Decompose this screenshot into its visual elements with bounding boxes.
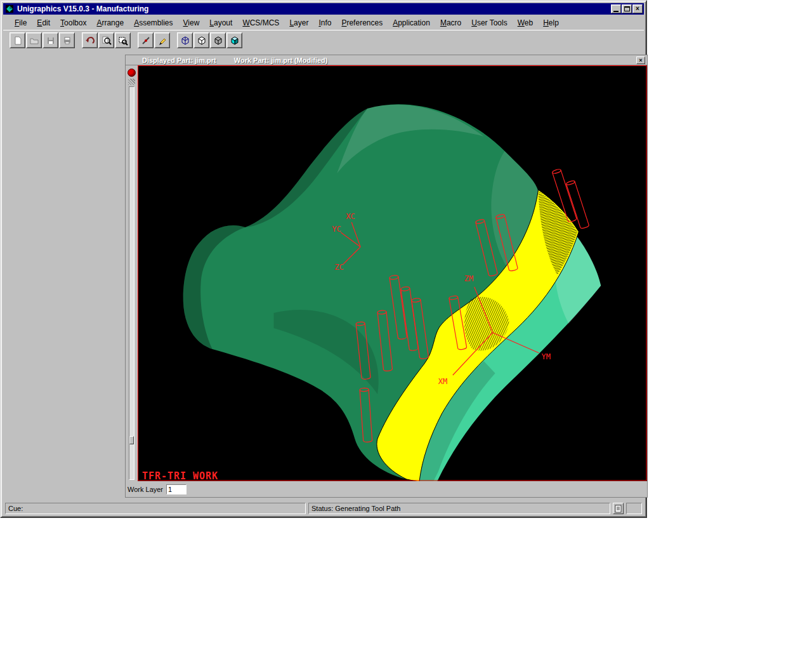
close-icon: × (636, 6, 639, 12)
menu-item-edit[interactable]: Edit (32, 17, 55, 29)
zoom-window-icon (118, 36, 128, 46)
print-icon (62, 36, 72, 46)
xc-axis-label: XC (346, 212, 355, 221)
view-cube-hidden-button[interactable] (193, 32, 209, 48)
yc-axis-label: YC (332, 225, 341, 234)
work-part-label: Work Part: jim.prt (Modified) (234, 56, 328, 64)
menu-item-info[interactable]: Info (313, 17, 336, 29)
menu-item-preferences[interactable]: Preferences (336, 17, 388, 29)
undo-icon (85, 36, 95, 46)
new-part-button[interactable] (10, 32, 25, 48)
menu-item-wcs-mcs[interactable]: WCS/MCS (237, 17, 284, 29)
print-button[interactable] (59, 32, 75, 48)
save-part-button[interactable] (43, 32, 58, 48)
zoom-view-icon (102, 36, 112, 46)
statusbar-spacer (626, 503, 642, 514)
menu-item-file[interactable]: File (10, 17, 32, 29)
view-cube-wireframe-icon (180, 36, 190, 46)
view-note-label: TFR-TRI WORK (142, 470, 218, 481)
open-part-icon (29, 36, 39, 46)
menu-item-layout[interactable]: Layout (204, 17, 237, 29)
desktop: Unigraphics V15.0.3 - Manufacturing × Fi… (0, 0, 812, 650)
sketch-pencil-button[interactable] (154, 32, 170, 48)
sketch-pencil-icon (157, 36, 167, 46)
statusbar: Cue: Status: Generating Tool Path (3, 500, 644, 517)
xm-axis-label: XM (438, 377, 447, 386)
cue-panel: Cue: (5, 503, 306, 514)
menu-item-macro[interactable]: Macro (435, 17, 466, 29)
toolbar (3, 30, 644, 50)
strip-grip[interactable] (128, 79, 135, 85)
log-icon (615, 505, 622, 513)
titlebar: Unigraphics V15.0.3 - Manufacturing × (3, 3, 644, 15)
status-text: Status: Generating Tool Path (311, 505, 400, 512)
menu-item-application[interactable]: Application (388, 17, 435, 29)
save-part-icon (46, 36, 56, 46)
cue-label: Cue: (8, 505, 23, 512)
view-cube-solid-button[interactable] (210, 32, 226, 48)
view-control-strip (126, 65, 138, 481)
minimize-button[interactable] (611, 4, 621, 13)
ym-axis-label: YM (541, 352, 550, 361)
graphics-window: Displayed Part: jim.prt Work Part: jim.p… (125, 55, 648, 498)
shaded-view-button[interactable] (226, 32, 242, 48)
drafting-tool-icon (141, 36, 151, 46)
menubar: File Edit Toolbox Arrange Assemblies Vie… (3, 16, 644, 30)
displayed-part-label: Displayed Part: jim.prt (142, 56, 216, 64)
graphics-window-footer: Work Layer (126, 481, 647, 497)
maximize-button[interactable] (622, 4, 632, 13)
new-part-icon (13, 36, 23, 46)
zoom-window-button[interactable] (115, 32, 131, 48)
view-cube-solid-icon (213, 36, 223, 46)
app-window: Unigraphics V15.0.3 - Manufacturing × Fi… (0, 0, 647, 518)
unigraphics-logo-icon (4, 4, 15, 13)
menu-item-toolbox[interactable]: Toolbox (55, 17, 91, 29)
drafting-tool-button[interactable] (138, 32, 154, 48)
interrupt-button[interactable] (128, 69, 136, 77)
menu-item-layer[interactable]: Layer (284, 17, 313, 29)
zc-axis-label: ZC (334, 263, 343, 272)
menu-item-view[interactable]: View (178, 17, 205, 29)
scrollbar-thumb[interactable] (129, 436, 134, 444)
undo-button[interactable] (82, 32, 98, 48)
graphics-window-header: Displayed Part: jim.prt Work Part: jim.p… (126, 55, 647, 65)
maximize-icon (624, 6, 630, 11)
view-cube-wireframe-button[interactable] (177, 32, 193, 48)
menu-item-user-tools[interactable]: User Tools (466, 17, 512, 29)
status-panel: Status: Generating Tool Path (308, 503, 610, 514)
menu-item-assemblies[interactable]: Assemblies (129, 17, 178, 29)
minimize-icon (613, 11, 619, 12)
menu-item-arrange[interactable]: Arrange (91, 17, 129, 29)
view-scrollbar[interactable] (129, 86, 134, 480)
graphics-close-button[interactable]: × (636, 56, 645, 64)
work-layer-input[interactable] (166, 484, 187, 494)
open-part-button[interactable] (26, 32, 42, 48)
close-icon: × (639, 58, 642, 63)
workspace: Displayed Part: jim.prt Work Part: jim.p… (3, 50, 644, 498)
work-layer-label: Work Layer (128, 486, 163, 493)
close-button[interactable]: × (632, 4, 643, 13)
menu-item-help[interactable]: Help (538, 17, 564, 29)
status-log-button[interactable] (613, 503, 624, 514)
zoom-view-button[interactable] (98, 32, 114, 48)
window-title: Unigraphics V15.0.3 - Manufacturing (17, 4, 610, 13)
shaded-view-icon (230, 36, 240, 46)
zm-axis-label: ZM (464, 274, 473, 283)
menu-item-web[interactable]: Web (513, 17, 538, 29)
view-cube-hidden-icon (197, 36, 207, 46)
graphics-viewport[interactable]: XC YC ZC ZM YM XM TFR-TRI WORK (138, 65, 647, 481)
